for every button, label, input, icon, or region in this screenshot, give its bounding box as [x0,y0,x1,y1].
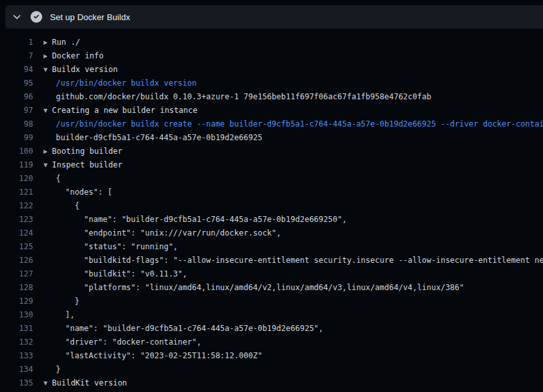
line-number[interactable]: 124 [0,227,33,240]
log-line-row: 121 "nodes": [ [0,186,543,199]
group-collapsed-icon[interactable]: ▶ [41,36,50,49]
log-group-row[interactable]: 1 ▶ Run ./ [0,36,543,49]
log-text: "buildkit": "v0.11.3", [56,267,187,281]
log-text: { [56,172,60,186]
line-number[interactable]: 97 [0,104,33,117]
log-text: github.com/docker/buildx 0.10.3+azure-1 … [56,90,431,104]
log-line-row: 96 github.com/docker/buildx 0.10.3+azure… [0,90,543,104]
log-text: "endpoint": "unix:///var/run/docker.sock… [56,227,281,240]
line-number[interactable]: 131 [0,322,33,336]
group-toggle-icon [41,90,56,104]
log-text: Creating a new builder instance [52,104,197,117]
group-toggle-icon [41,267,56,281]
log-text: Booting builder [52,145,122,158]
log-group-row[interactable]: 94 ▼ Buildx version [0,63,543,77]
line-number[interactable]: 126 [0,254,33,267]
line-number[interactable]: 98 [0,117,33,131]
group-toggle-icon [41,186,56,199]
log-group-row[interactable]: 100 ▶ Booting builder [0,145,543,158]
line-number[interactable]: 122 [0,199,33,213]
line-number[interactable]: 95 [0,77,33,90]
log-text: "name": "builder-d9cfb5a1-c764-445a-a57e… [56,213,347,227]
line-number[interactable]: 100 [0,145,33,158]
line-number[interactable]: 1 [0,36,33,49]
group-expanded-icon[interactable]: ▼ [41,63,50,77]
group-toggle-icon [41,295,56,308]
log-line-row: 95 /usr/bin/docker buildx version [0,77,543,90]
log-text: "name": "builder-d9cfb5a1-c764-445a-a57e… [56,322,323,336]
log-text: /usr/bin/docker buildx version [56,77,197,90]
log-text: "driver": "docker-container", [56,336,201,349]
line-number[interactable]: 132 [0,336,33,349]
log-line-row: 122 { [0,199,543,213]
line-number[interactable]: 123 [0,213,33,227]
group-collapsed-icon[interactable]: ▶ [41,145,50,158]
line-number[interactable]: 121 [0,186,33,199]
line-number[interactable]: 135 [0,376,33,390]
line-number[interactable]: 133 [0,349,33,363]
step-header[interactable]: Set up Docker Buildx [5,5,543,29]
log-text: ], [56,308,75,322]
group-toggle-icon [41,349,56,363]
line-number[interactable]: 134 [0,363,33,376]
group-toggle-icon [41,254,56,267]
log-line-row: 132 "driver": "docker-container", [0,336,543,349]
log-text: Buildx version [52,63,118,77]
line-number[interactable]: 96 [0,90,33,104]
log-line-row: 99 builder-d9cfb5a1-c764-445a-a57e-0b19d… [0,131,543,145]
group-toggle-icon [41,77,56,90]
line-number[interactable]: 119 [0,158,33,172]
log-line-row: 131 "name": "builder-d9cfb5a1-c764-445a-… [0,322,543,336]
log-line-row: 134 } [0,363,543,376]
line-number[interactable]: 130 [0,308,33,322]
chevron-down-icon[interactable] [9,9,25,25]
log-group-row[interactable]: 7 ▶ Docker info [0,49,543,63]
line-number[interactable]: 128 [0,281,33,295]
group-toggle-icon [41,199,56,213]
group-toggle-icon [41,363,56,376]
log-line-row: 133 "lastActivity": "2023-02-25T11:58:12… [0,349,543,363]
line-number[interactable]: 7 [0,49,33,63]
log-text: } [56,363,60,376]
log-line-row: 120 { [0,172,543,186]
group-toggle-icon [41,322,56,336]
log-lines: 1 ▶ Run ./ 7 ▶ Docker info 94 ▼ Buildx v… [0,29,543,392]
log-line-row: 125 "status": "running", [0,240,543,254]
log-line-row: 126 "buildkitd-flags": "--allow-insecure… [0,254,543,267]
log-text: "platforms": "linux/amd64,linux/amd64/v2… [56,281,464,295]
line-number[interactable]: 127 [0,267,33,281]
log-line-row: 128 "platforms": "linux/amd64,linux/amd6… [0,281,543,295]
log-text: "nodes": [ [56,186,112,199]
log-text: } [56,295,79,308]
line-number[interactable]: 129 [0,295,33,308]
group-toggle-icon [41,172,56,186]
group-expanded-icon[interactable]: ▼ [41,158,50,172]
group-toggle-icon [41,308,56,322]
check-circle-icon [31,11,42,23]
group-toggle-icon [41,336,56,349]
log-group-row[interactable]: 135 ▼ BuildKit version [0,376,543,390]
group-expanded-icon[interactable]: ▼ [41,376,50,390]
group-collapsed-icon[interactable]: ▶ [41,49,50,63]
line-number[interactable]: 99 [0,131,33,145]
log-line-row: 124 "endpoint": "unix:///var/run/docker.… [0,227,543,240]
log-text: "lastActivity": "2023-02-25T11:58:12.000… [56,349,262,363]
log-line-row: 123 "name": "builder-d9cfb5a1-c764-445a-… [0,213,543,227]
log-group-row[interactable]: 119 ▼ Inspect builder [0,158,543,172]
group-toggle-icon [41,240,56,254]
line-number[interactable]: 125 [0,240,33,254]
step-title: Set up Docker Buildx [50,12,130,22]
log-line-row: 127 "buildkit": "v0.11.3", [0,267,543,281]
log-line-row: 129 } [0,295,543,308]
group-expanded-icon[interactable]: ▼ [41,104,50,117]
group-toggle-icon [41,281,56,295]
log-group-row[interactable]: 97 ▼ Creating a new builder instance [0,104,543,117]
line-number[interactable]: 94 [0,63,33,77]
log-text: Run ./ [52,36,80,49]
line-number[interactable]: 120 [0,172,33,186]
group-toggle-icon [41,131,56,145]
log-text: { [56,199,79,213]
log-text: "status": "running", [56,240,178,254]
log-text: Inspect builder [52,158,122,172]
group-toggle-icon [41,117,56,131]
